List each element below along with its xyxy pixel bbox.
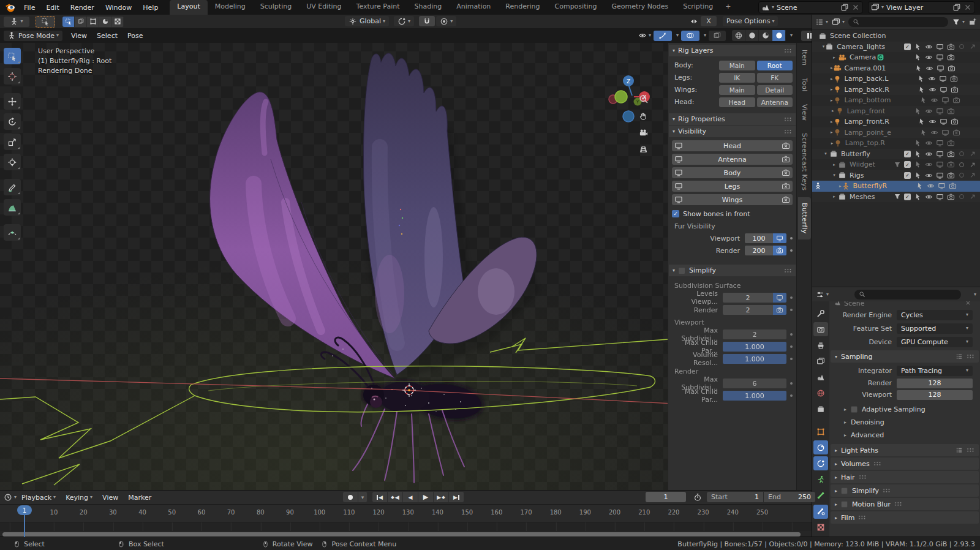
- hide-in-viewport-toggle[interactable]: [930, 129, 939, 137]
- disable-in-viewports-toggle[interactable]: [940, 118, 948, 126]
- properties-tab[interactable]: [813, 338, 828, 352]
- output-toggle-icon[interactable]: [773, 305, 786, 315]
- collapsed-panel-header[interactable]: ▸Volumes: [831, 458, 979, 470]
- mode-dropdown[interactable]: Pose Mode▾: [4, 31, 62, 41]
- collection-checkbox[interactable]: ✓: [904, 161, 911, 168]
- selectable-toggle[interactable]: [913, 107, 922, 115]
- simplify-field[interactable]: 1.000: [723, 354, 786, 364]
- collection-checkbox[interactable]: ✓: [904, 43, 911, 50]
- properties-tab[interactable]: [813, 505, 828, 519]
- tool-button[interactable]: [4, 179, 21, 195]
- scene-name[interactable]: Scene: [777, 4, 835, 12]
- hide-in-viewport-toggle[interactable]: [925, 64, 933, 72]
- editor-type-dropdown[interactable]: ▾: [816, 290, 829, 299]
- object-name[interactable]: Camera_lights: [837, 43, 885, 51]
- workspace-tab[interactable]: UV Editing: [299, 0, 349, 15]
- properties-tab[interactable]: [813, 354, 828, 368]
- selectable-toggle[interactable]: [913, 53, 922, 61]
- tool-button[interactable]: [4, 48, 21, 64]
- selectable-toggle[interactable]: [913, 193, 922, 201]
- holdout-toggle[interactable]: [957, 150, 966, 157]
- object-name[interactable]: Lamp_front.R: [845, 118, 889, 126]
- pose-options-dropdown[interactable]: Pose Options▾: [723, 16, 778, 26]
- scene-selector[interactable]: ▾ Scene: [758, 1, 863, 13]
- collapsed-subpanel[interactable]: ▸Adaptive Sampling: [829, 403, 980, 416]
- viewport-menu-item[interactable]: View: [66, 32, 92, 40]
- menu-item[interactable]: File: [18, 4, 40, 12]
- disable-in-renders-toggle[interactable]: [946, 150, 955, 158]
- disable-in-viewports-toggle[interactable]: [935, 171, 944, 179]
- indirect-only-toggle[interactable]: [968, 150, 977, 157]
- select-mode-invert[interactable]: [99, 17, 111, 27]
- disable-in-renders-toggle[interactable]: [948, 182, 957, 190]
- hide-in-viewport-toggle[interactable]: [929, 118, 937, 126]
- workspace-tab[interactable]: Sculpting: [253, 0, 299, 15]
- simplify-panel-header[interactable]: ▾Simplify: [669, 265, 796, 276]
- indirect-only-toggle[interactable]: [968, 193, 977, 200]
- properties-tab[interactable]: [813, 521, 828, 535]
- disable-in-viewports-toggle[interactable]: [935, 160, 944, 168]
- samples-render-field[interactable]: 128: [897, 379, 973, 388]
- selectable-toggle[interactable]: [919, 96, 927, 104]
- visibility-toggle-button[interactable]: Legs: [672, 181, 793, 192]
- holdout-toggle[interactable]: [957, 43, 966, 50]
- current-frame-field[interactable]: 1: [646, 492, 686, 502]
- visibility-toggle-button[interactable]: Body: [672, 167, 793, 178]
- new-view-layer-icon[interactable]: [952, 3, 961, 12]
- workspace-tab[interactable]: Modeling: [208, 0, 253, 15]
- hide-in-viewport-toggle[interactable]: [924, 171, 933, 179]
- object-name[interactable]: Lamp_bottom: [845, 96, 891, 104]
- disable-in-renders-toggle[interactable]: [946, 171, 955, 179]
- outliner-row[interactable]: ▾ Butterfly ✓: [812, 149, 980, 160]
- object-name[interactable]: Camera: [850, 53, 876, 61]
- workspace-tab[interactable]: Compositing: [548, 0, 605, 15]
- show-object-types-dropdown[interactable]: ▾: [638, 31, 651, 40]
- fur-viewport-field[interactable]: 100: [745, 233, 786, 243]
- selectable-toggle[interactable]: [916, 75, 925, 83]
- visibility-toggle-button[interactable]: Antenna: [672, 154, 793, 165]
- workspace-tab[interactable]: Geometry Nodes: [604, 0, 676, 15]
- play-reverse-button[interactable]: ◀: [403, 492, 418, 502]
- workspace-tab[interactable]: Shading: [407, 0, 450, 15]
- hide-in-viewport-toggle[interactable]: [924, 107, 933, 115]
- object-name[interactable]: Lamp_front: [847, 107, 885, 115]
- object-name[interactable]: Meshes: [850, 193, 875, 201]
- active-tool-dropdown[interactable]: ▾: [4, 17, 29, 27]
- timeline-tick-band[interactable]: [0, 522, 812, 531]
- drag-dots-icon[interactable]: [784, 268, 792, 273]
- outliner-row[interactable]: ▾ Rigs ✓: [812, 170, 980, 181]
- timeline-scrollbar-thumb[interactable]: [2, 532, 801, 537]
- properties-tab[interactable]: [813, 472, 828, 486]
- sidebar-tab[interactable]: Screencast Keys: [798, 127, 811, 196]
- properties-tab[interactable]: [813, 440, 828, 454]
- drag-dots-icon[interactable]: [784, 48, 792, 53]
- selectable-toggle[interactable]: [913, 150, 922, 158]
- menu-item[interactable]: Window: [100, 4, 137, 12]
- hide-in-viewport-toggle[interactable]: [924, 139, 933, 147]
- view-layer-name[interactable]: View Layer: [886, 4, 948, 12]
- disable-in-viewports-toggle[interactable]: [940, 86, 948, 94]
- show-bones-checkbox[interactable]: ✓: [672, 210, 679, 217]
- gizmos-toggle[interactable]: [654, 31, 672, 41]
- menu-item[interactable]: Help: [137, 4, 164, 12]
- rig-layers-panel-header[interactable]: ▾Rig Layers: [669, 45, 796, 56]
- disable-in-renders-toggle[interactable]: [952, 96, 960, 104]
- expand-arrow[interactable]: ▸: [831, 55, 838, 60]
- tool-button[interactable]: [4, 154, 21, 170]
- fur-render-field[interactable]: 200: [745, 246, 786, 255]
- shading-material-button[interactable]: [759, 30, 772, 41]
- sampling-panel-header[interactable]: ▾Sampling: [831, 350, 979, 363]
- outliner-row[interactable]: Scene Collection ✓: [812, 31, 980, 42]
- output-toggle-icon[interactable]: [773, 293, 786, 303]
- hide-in-viewport-toggle[interactable]: [924, 160, 933, 168]
- outliner-row[interactable]: ▾ Camera_lights ✓: [812, 42, 980, 53]
- rig-layer-button[interactable]: Antenna: [757, 97, 793, 107]
- expand-arrow[interactable]: ▸: [831, 162, 838, 167]
- simplify-field[interactable]: 6: [723, 379, 786, 388]
- outliner-row[interactable]: ▸ Lamp_back.R ✓: [812, 85, 980, 96]
- next-keyframe-button[interactable]: ▶◆: [434, 492, 449, 502]
- collapsed-panel-header[interactable]: ▸Film: [831, 511, 979, 524]
- integrator-dropdown[interactable]: Path Tracing▾: [897, 366, 973, 376]
- record-options-dropdown[interactable]: ▾: [358, 492, 368, 502]
- selectable-toggle[interactable]: [915, 182, 924, 190]
